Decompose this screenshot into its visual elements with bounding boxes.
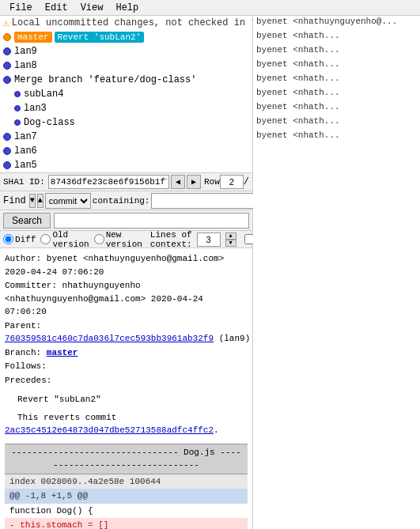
find-input[interactable] [151, 193, 265, 209]
menu-file[interactable]: File [3, 2, 39, 13]
list-item[interactable]: lan7 [0, 130, 252, 144]
branch-label: Branch: [5, 348, 47, 357]
right-row-0[interactable]: byenet <nhathuynguyenho@... [253, 16, 420, 30]
commit-dot [14, 105, 21, 111]
commit-text: subLan4 [24, 89, 63, 100]
menu-view[interactable]: View [74, 2, 110, 13]
parent-line: Parent: 760359581c460c7da036l7cec593bb39… [5, 319, 248, 346]
context-input[interactable] [197, 232, 221, 247]
right-row-8[interactable]: byenet <nhath... [253, 130, 420, 144]
committer-line: Committer: nhathuynguyenho <nhathuynguye… [5, 279, 248, 319]
right-row-3[interactable]: byenet <nhath... [253, 59, 420, 73]
radio-new-input[interactable] [94, 234, 104, 244]
context-label: Lines of context: [150, 230, 192, 249]
nav-next-button[interactable]: ▶ [187, 175, 201, 189]
commit-details: Author: byenet <nhathuynguyenho@gmail.co… [0, 248, 252, 529]
list-item[interactable]: master Revert 'subLan2' [0, 30, 252, 44]
index-line: index 0028069..4a2e58e 100644 [5, 474, 248, 489]
list-item[interactable]: lan8 [0, 59, 252, 73]
commit-dot [14, 91, 21, 97]
search-text-input[interactable] [54, 213, 249, 229]
parent-label: Parent: [5, 321, 41, 331]
radio-diff[interactable]: Diff [3, 234, 36, 244]
branch-line: Branch: master [5, 346, 248, 360]
revert-text-line: This reverts commit 2ac35c4512e64873d047… [5, 411, 248, 437]
commit-dot [3, 76, 11, 84]
context-down-button[interactable]: ▼ [225, 240, 236, 247]
list-item[interactable]: Dog-class [0, 115, 252, 130]
precedes-line: Precedes: [5, 374, 248, 387]
right-row-2[interactable]: byenet <nhath... [253, 44, 420, 59]
radio-new-label: New version [106, 230, 142, 249]
list-item[interactable]: Merge branch 'feature/dog-class' [0, 73, 252, 87]
row-label: Row [204, 177, 220, 187]
author-line: Author: byenet <nhathuynguyenho@gmail.co… [5, 252, 248, 278]
local-changes-text: Local uncommitted changes, not checked i… [12, 17, 252, 28]
search-button[interactable]: Search [3, 213, 51, 229]
find-row: Find ▼ ▲ commit containing: [0, 191, 252, 210]
sha1-row: SHA1 ID: ◀ ▶ Row / [0, 172, 252, 191]
parent-hash-link[interactable]: 760359581c460c7da036l7cec593bb3961ab32f9 [5, 334, 214, 343]
commit-dot [14, 119, 21, 126]
revert-hash-link[interactable]: 2ac35c4512e64873d047dbe52713588adfc4ffc2 [5, 425, 214, 435]
list-item[interactable]: lan9 [0, 44, 252, 59]
context-up-button[interactable]: ▲ [225, 232, 236, 240]
menu-help[interactable]: Help [109, 2, 145, 13]
commit-dot [3, 133, 11, 141]
diff-header: -------------------------------- Dog.js … [5, 444, 248, 474]
right-panel: byenet <nhathuynguyenho@... byenet <nhat… [253, 16, 420, 529]
commit-dot [3, 161, 11, 169]
right-row-1[interactable]: byenet <nhath... [253, 30, 420, 44]
find-label: Find [3, 195, 26, 206]
commit-dot [3, 147, 11, 155]
radio-new[interactable]: New version [94, 230, 142, 249]
branch-name-link[interactable]: master [47, 348, 78, 357]
master-branch-label[interactable]: master [14, 32, 52, 43]
commit-text: Dog-class [24, 117, 75, 128]
warning-icon: ⚠ [3, 17, 9, 29]
radio-row: Diff Old version New version Lines of co… [0, 231, 252, 248]
commit-text: Merge branch 'feature/dog-class' [14, 74, 196, 85]
radio-diff-input[interactable] [3, 234, 13, 244]
commit-dot [3, 62, 11, 70]
find-up-button[interactable]: ▲ [37, 194, 44, 208]
list-item[interactable]: lan3 [0, 101, 252, 115]
commit-message-block: Revert "subLan2" This reverts commit 2ac… [5, 393, 248, 437]
commit-text: lan3 [24, 103, 47, 114]
commit-text: lan5 [14, 160, 37, 171]
radio-old-input[interactable] [40, 234, 51, 244]
revert-intro: This reverts commit [17, 413, 116, 422]
find-containing-label: containing: [93, 196, 150, 206]
sha1-label: SHA1 ID: [3, 177, 45, 187]
context-spinner: ▲ ▼ [225, 232, 236, 247]
list-item[interactable]: lan5 [0, 158, 252, 172]
list-item[interactable]: subLan4 [0, 87, 252, 101]
commit-dot [3, 47, 11, 55]
row-input[interactable] [220, 175, 244, 189]
radio-old[interactable]: Old version [40, 230, 89, 249]
commit-text: lan6 [14, 145, 37, 157]
find-type-select[interactable]: commit [45, 193, 91, 209]
left-panel: ⚠ Local uncommitted changes, not checked… [0, 16, 253, 529]
nav-prev-button[interactable]: ◀ [171, 175, 185, 189]
right-row-5[interactable]: byenet <nhath... [253, 87, 420, 101]
sha1-input[interactable] [48, 175, 169, 189]
commit-message-text: Revert "subLan2" [17, 393, 248, 406]
revert-branch-label[interactable]: Revert 'subLan2' [55, 32, 145, 43]
list-item[interactable]: lan6 [0, 144, 252, 158]
follows-line: Follows: [5, 360, 248, 373]
list-item[interactable]: ⚠ Local uncommitted changes, not checked… [0, 16, 252, 30]
main-layout: ⚠ Local uncommitted changes, not checked… [0, 16, 420, 529]
diff-line-1: - this.stomach = [] [5, 518, 248, 529]
right-row-4[interactable]: byenet <nhath... [253, 73, 420, 87]
commit-dot [3, 33, 11, 41]
diff-section: -------------------------------- Dog.js … [5, 444, 248, 530]
radio-old-label: Old version [52, 230, 89, 249]
menu-edit[interactable]: Edit [39, 2, 74, 13]
right-row-7[interactable]: byenet <nhath... [253, 115, 420, 130]
menubar: File Edit View Help [0, 0, 420, 16]
commit-text: lan7 [14, 131, 37, 142]
diff-hunk-line: @@ -1,8 +1,5 @@ [5, 489, 248, 504]
right-row-6[interactable]: byenet <nhath... [253, 101, 420, 115]
find-down-button[interactable]: ▼ [29, 194, 36, 208]
